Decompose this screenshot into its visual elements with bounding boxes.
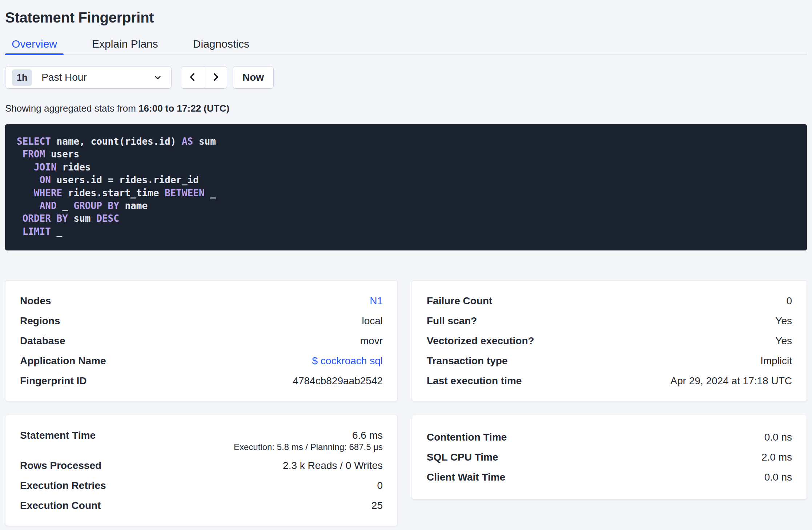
tab-overview[interactable]: Overview <box>5 37 64 55</box>
summary-value-main: movr <box>360 331 383 351</box>
summary-label: Rows Processed <box>20 455 101 475</box>
summary-value-link[interactable]: $ cockroach sql <box>312 351 383 371</box>
sql-line: JOIN rides <box>17 161 798 174</box>
summary-label: Failure Count <box>427 291 492 311</box>
time-range-badge: 1h <box>12 69 32 86</box>
summary-value-main: 0 <box>786 291 792 311</box>
summary-label: Fingerprint ID <box>20 371 87 391</box>
sql-statement-code: SELECT name, count(rides.id) AS sum FROM… <box>17 135 798 238</box>
summary-value-main: 0 <box>377 475 383 495</box>
summary-value-main: 0.0 ns <box>764 467 792 487</box>
summary-label: Vectorized execution? <box>427 331 534 351</box>
summary-value-main: Apr 29, 2024 at 17:18 UTC <box>670 371 792 391</box>
summary-row: SQL CPU Time2.0 ms <box>427 447 792 467</box>
summary-row: Execution Retries0 <box>20 475 383 495</box>
summary-value: Yes <box>775 311 792 331</box>
statement-fingerprint-page: Statement Fingerprint Overview Explain P… <box>0 0 812 530</box>
sql-line: ON users.id = rides.rider_id <box>17 174 798 186</box>
summary-value: 0 <box>377 475 383 495</box>
summary-value: Implicit <box>760 351 792 371</box>
summary-value-link[interactable]: N1 <box>370 291 383 311</box>
summary-value: 0.0 ns <box>764 467 792 487</box>
summary-value-main: Yes <box>775 331 792 351</box>
summary-row: Vectorized execution?Yes <box>427 331 792 351</box>
summary-label: Last execution time <box>427 371 522 391</box>
aggregated-stats-text: Showing aggregated stats from 16:00 to 1… <box>5 103 807 114</box>
summary-value: 6.6 msExecution: 5.8 ms / Planning: 687.… <box>234 425 383 455</box>
sql-line: ORDER BY sum DESC <box>17 212 798 225</box>
time-range-select[interactable]: 1h Past Hour <box>5 66 172 89</box>
aggregated-stats-range: 16:00 to 17:22 (UTC) <box>138 103 229 114</box>
summary-value-main: 25 <box>371 495 383 515</box>
summary-label: Execution Count <box>20 495 101 515</box>
time-nav-group <box>181 66 227 89</box>
summary-grid-bottom: Statement Time6.6 msExecution: 5.8 ms / … <box>5 415 807 526</box>
summary-row: Full scan?Yes <box>427 311 792 331</box>
summary-value: 0 <box>786 291 792 311</box>
page-title: Statement Fingerprint <box>5 0 807 26</box>
summary-row: Fingerprint ID4784cb829aab2542 <box>20 371 383 391</box>
summary-label: Contention Time <box>427 427 507 447</box>
summary-value: 2.3 k Reads / 0 Writes <box>283 455 383 475</box>
summary-row: Client Wait Time0.0 ns <box>427 467 792 487</box>
card-overview-details: NodesN1RegionslocalDatabasemovrApplicati… <box>5 280 398 401</box>
card-execution-attributes: Failure Count0Full scan?YesVectorized ex… <box>412 280 807 401</box>
summary-label: SQL CPU Time <box>427 447 498 467</box>
summary-row: Statement Time6.6 msExecution: 5.8 ms / … <box>20 425 383 455</box>
summary-label: Database <box>20 331 65 351</box>
summary-label: Statement Time <box>20 425 96 455</box>
summary-value-main: 2.0 ms <box>761 447 792 467</box>
next-time-button[interactable] <box>204 67 227 88</box>
prev-time-button[interactable] <box>181 67 204 88</box>
summary-row: Contention Time0.0 ns <box>427 427 792 447</box>
summary-label: Client Wait Time <box>427 467 505 487</box>
summary-value-main: Yes <box>775 311 792 331</box>
summary-grid-top: NodesN1RegionslocalDatabasemovrApplicati… <box>5 280 807 401</box>
summary-value-main: Implicit <box>760 351 792 371</box>
time-controls: 1h Past Hour <box>5 66 807 89</box>
summary-value-main: 4784cb829aab2542 <box>293 371 383 391</box>
chevron-right-icon <box>210 72 221 84</box>
summary-label: Full scan? <box>427 311 477 331</box>
sql-statement-box: SELECT name, count(rides.id) AS sum FROM… <box>5 124 807 250</box>
summary-value: 2.0 ms <box>761 447 792 467</box>
sql-line: WHERE rides.start_time BETWEEN _ <box>17 187 798 200</box>
tab-bar: Overview Explain Plans Diagnostics <box>5 37 807 55</box>
summary-value-main: $ cockroach sql <box>312 351 383 371</box>
summary-value-main: local <box>362 311 383 331</box>
summary-value: 0.0 ns <box>764 427 792 447</box>
chevron-left-icon <box>187 72 198 84</box>
sql-line: FROM users <box>17 148 798 161</box>
summary-value-main: N1 <box>370 291 383 311</box>
now-button[interactable]: Now <box>233 66 274 89</box>
summary-label: Application Name <box>20 351 106 371</box>
summary-label: Execution Retries <box>20 475 106 495</box>
time-range-label: Past Hour <box>41 72 87 83</box>
summary-value: local <box>362 311 383 331</box>
tab-explain-plans[interactable]: Explain Plans <box>85 37 165 55</box>
summary-subvalue: Execution: 5.8 ms / Planning: 687.5 µs <box>234 442 383 455</box>
summary-row: Last execution timeApr 29, 2024 at 17:18… <box>427 371 792 391</box>
sql-line: AND _ GROUP BY name <box>17 200 798 212</box>
summary-value-main: 2.3 k Reads / 0 Writes <box>283 455 383 475</box>
sql-line: LIMIT _ <box>17 225 798 238</box>
summary-row: Regionslocal <box>20 311 383 331</box>
tab-diagnostics[interactable]: Diagnostics <box>186 37 256 55</box>
sql-line: SELECT name, count(rides.id) AS sum <box>17 135 798 148</box>
chevron-down-icon <box>153 73 162 82</box>
aggregated-stats-prefix: Showing aggregated stats from <box>5 103 138 114</box>
summary-row: NodesN1 <box>20 291 383 311</box>
summary-label: Nodes <box>20 291 51 311</box>
summary-value: 4784cb829aab2542 <box>293 371 383 391</box>
summary-label: Regions <box>20 311 60 331</box>
summary-row: Application Name$ cockroach sql <box>20 351 383 371</box>
summary-value: Yes <box>775 331 792 351</box>
summary-value: 25 <box>371 495 383 515</box>
summary-value-main: 0.0 ns <box>764 427 792 447</box>
summary-row: Execution Count25 <box>20 495 383 515</box>
summary-value: movr <box>360 331 383 351</box>
summary-row: Rows Processed2.3 k Reads / 0 Writes <box>20 455 383 475</box>
card-statement-times: Statement Time6.6 msExecution: 5.8 ms / … <box>5 415 398 526</box>
summary-row: Transaction typeImplicit <box>427 351 792 371</box>
summary-label: Transaction type <box>427 351 508 371</box>
